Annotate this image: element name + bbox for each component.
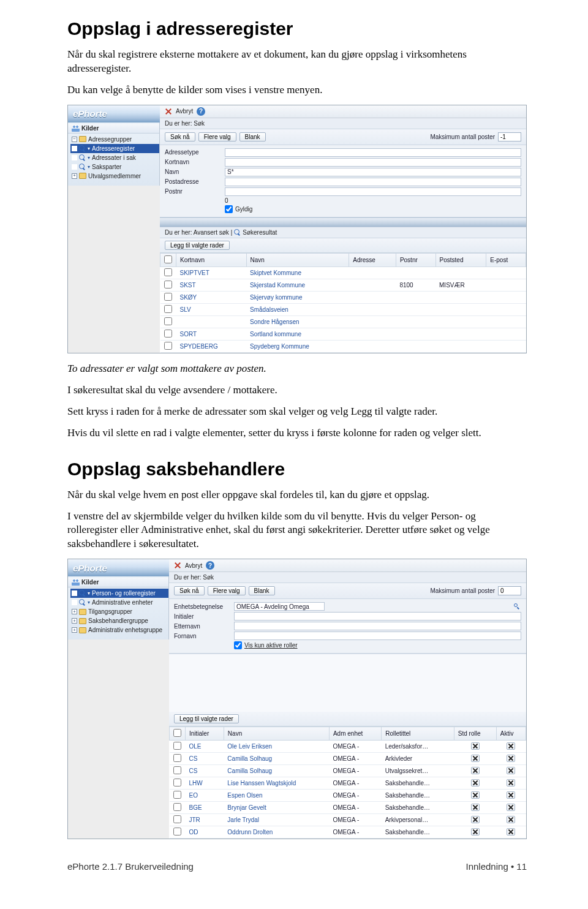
table-row[interactable]: BGEBrynjar GeveltOMEGA -Saksbehandle… xyxy=(170,802,526,814)
gyldig-checkbox[interactable] xyxy=(225,205,233,213)
max-posts-input[interactable] xyxy=(498,586,521,595)
row-checkbox[interactable] xyxy=(173,754,181,762)
legg-til-button[interactable]: Legg til valgte rader xyxy=(174,714,239,723)
column-header[interactable]: Aktiv xyxy=(496,727,526,741)
column-header[interactable] xyxy=(160,253,176,266)
tree-expand-icon[interactable]: + xyxy=(72,627,77,633)
max-posts-input[interactable] xyxy=(498,132,521,141)
sidebar-item[interactable]: ▾Saksparter xyxy=(70,162,159,172)
table-row[interactable]: OLEOle Leiv EriksenOMEGA -Leder/saksfor… xyxy=(170,741,526,753)
row-checkbox[interactable] xyxy=(164,330,172,338)
close-icon[interactable] xyxy=(174,562,181,569)
table-row[interactable]: ODOddrunn DroltenOMEGA -Saksbehandle… xyxy=(170,826,526,839)
sidebar-item[interactable]: +Utvalgsmedlemmer xyxy=(70,172,159,181)
row-checkbox[interactable] xyxy=(173,779,181,786)
tree-expand-icon[interactable]: + xyxy=(72,618,77,624)
sidebar-item[interactable]: +Saksbehandlergruppe xyxy=(70,616,168,625)
form-input-initialer[interactable] xyxy=(234,612,521,620)
sidebar-item[interactable]: −Adressegrupper xyxy=(70,135,159,144)
row-checkbox[interactable] xyxy=(173,815,181,823)
column-header[interactable]: Rolletittel xyxy=(382,727,454,741)
column-header[interactable]: Adresse xyxy=(349,253,396,266)
table-row[interactable]: JTRJarle TrydalOMEGA -Arkivpersonal… xyxy=(170,814,526,826)
vis-kun-checkbox[interactable] xyxy=(234,641,242,649)
row-checkbox[interactable] xyxy=(164,293,172,301)
tree-expand-icon[interactable]: − xyxy=(72,137,77,142)
row-checkbox[interactable] xyxy=(173,742,181,750)
lookup-icon[interactable] xyxy=(513,603,521,610)
row-checkbox[interactable] xyxy=(164,305,172,313)
row-checkbox[interactable] xyxy=(164,281,172,289)
form-input-enhetsbetegnelse[interactable] xyxy=(234,602,325,611)
cell xyxy=(349,279,396,291)
toolbar-avbryt[interactable]: Avbryt xyxy=(176,108,193,115)
sidebar-item[interactable]: ▾Adressater i sak xyxy=(70,153,159,162)
select-all-checkbox[interactable] xyxy=(173,729,181,737)
flere-valg-button[interactable]: Flere valg xyxy=(198,132,236,141)
form-label: Postnr xyxy=(165,188,221,195)
sok-na-button[interactable]: Søk nå xyxy=(174,586,205,595)
table-row[interactable]: SKSTSkjerstad Kommune8100MISVÆR xyxy=(160,279,526,291)
legg-til-button[interactable]: Legg til valgte rader xyxy=(165,241,230,250)
sidebar-item[interactable]: +Administrativ enhetsgruppe xyxy=(70,625,168,635)
table-row[interactable]: CSCamilla SolhaugOMEGA -Arkivleder xyxy=(170,753,526,765)
sidebar-item[interactable]: +Tilgangsgrupper xyxy=(70,607,168,616)
row-checkbox[interactable] xyxy=(164,317,172,325)
sok-na-button[interactable]: Søk nå xyxy=(165,132,195,141)
column-header[interactable]: Navn xyxy=(224,727,329,741)
cell: Oddrunn Drolten xyxy=(224,826,329,839)
blank-button[interactable]: Blank xyxy=(249,586,275,595)
table-row[interactable]: SKIPTVETSkiptvet Kommune xyxy=(160,266,526,279)
column-header[interactable]: Initialer xyxy=(186,727,224,741)
breadcrumb-suffix: Søkeresultat xyxy=(243,229,277,236)
row-checkbox[interactable] xyxy=(173,766,181,774)
column-header[interactable]: Navn xyxy=(246,253,349,266)
cell-std-rolle xyxy=(454,814,496,826)
table-row[interactable]: SLVSmådalsveien xyxy=(160,303,526,315)
column-header[interactable] xyxy=(170,727,186,741)
table-row[interactable]: LHWLise Hanssen WagtskjoldOMEGA -Saksbeh… xyxy=(170,777,526,790)
table-row[interactable]: EOEspen OlsenOMEGA -Saksbehandle… xyxy=(170,790,526,802)
paragraph: Når du skal velge hvem en post eller opp… xyxy=(67,488,527,502)
column-header[interactable]: Adm enhet xyxy=(329,727,381,741)
column-header[interactable]: E-post xyxy=(486,253,526,266)
blank-button[interactable]: Blank xyxy=(239,132,266,141)
form-label: Enhetsbetegnelse xyxy=(174,603,230,610)
column-header[interactable]: Kortnavn xyxy=(176,253,247,266)
row-checkbox[interactable] xyxy=(173,803,181,811)
table-row[interactable]: SKØYSkjervøy kommune xyxy=(160,291,526,303)
column-header[interactable]: Std rolle xyxy=(454,727,496,741)
form-input-adressetype[interactable] xyxy=(225,148,521,157)
row-checkbox[interactable] xyxy=(173,791,181,799)
table-row[interactable]: SORTSortland kommune xyxy=(160,328,526,340)
sidebar-item[interactable]: ▾Administrative enheter xyxy=(70,598,168,607)
cell xyxy=(435,315,486,328)
table-row[interactable]: Sondre Hågensen xyxy=(160,315,526,328)
table-row[interactable]: SPYDEBERGSpydeberg Kommune xyxy=(160,340,526,352)
form-input-navn[interactable] xyxy=(225,168,521,176)
row-checkbox[interactable] xyxy=(164,268,172,276)
tree-expand-icon[interactable]: + xyxy=(72,609,77,614)
table-row[interactable]: CSCamilla SolhaugOMEGA -Utvalgssekret… xyxy=(170,765,526,777)
cell: CS xyxy=(186,765,224,777)
column-header[interactable]: Postnr xyxy=(396,253,435,266)
close-icon[interactable] xyxy=(165,108,172,115)
form-input-postnr[interactable] xyxy=(225,187,521,196)
toolbar-avbryt[interactable]: Avbryt xyxy=(185,562,202,569)
sidebar-item[interactable]: ▾Person- og rolleregister xyxy=(70,589,168,598)
tree-expand-icon[interactable]: + xyxy=(72,173,77,179)
column-header[interactable]: Poststed xyxy=(435,253,486,266)
form-input-kortnavn[interactable] xyxy=(225,158,521,167)
form-input-fornavn[interactable] xyxy=(234,632,521,640)
row-checkbox[interactable] xyxy=(173,828,181,835)
cell: MISVÆR xyxy=(435,279,486,291)
flere-valg-button[interactable]: Flere valg xyxy=(208,586,246,595)
help-icon[interactable]: ? xyxy=(197,107,205,116)
help-icon[interactable]: ? xyxy=(206,561,214,570)
row-checkbox[interactable] xyxy=(164,342,172,350)
form-input-etternavn[interactable] xyxy=(234,622,521,630)
sidebar-title-text: Kilder xyxy=(81,125,99,132)
form-input-postadresse[interactable] xyxy=(225,178,521,186)
sidebar-item[interactable]: ▾Adresseregister xyxy=(70,144,159,153)
select-all-checkbox[interactable] xyxy=(164,255,172,263)
